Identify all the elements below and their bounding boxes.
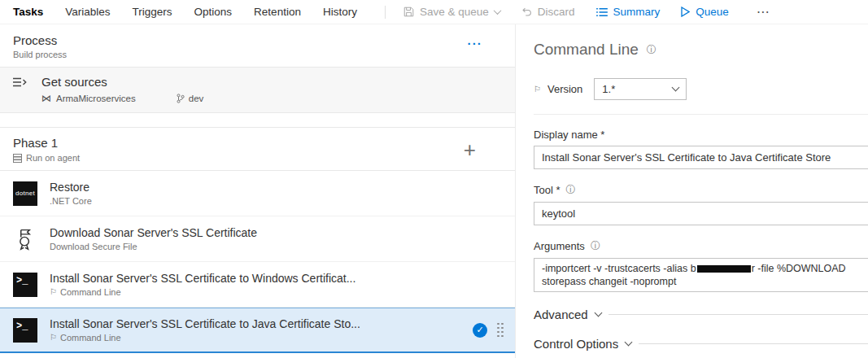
arguments-line1: -importcert -v -trustcacerts -alias br -…: [542, 262, 868, 275]
save-queue-label: Save & queue: [420, 6, 489, 18]
task-title: Install Sonar Server's SSL Certificate t…: [50, 317, 466, 330]
tab-tasks[interactable]: Tasks: [13, 6, 43, 18]
arguments-label: Arguments: [534, 240, 585, 252]
dotnet-icon: dotnet: [13, 181, 37, 206]
discard-label: Discard: [538, 6, 575, 18]
chevron-down-icon: [625, 338, 633, 347]
section-divider: [534, 114, 868, 115]
redaction-bar: [697, 265, 751, 273]
summary-icon: [596, 7, 608, 17]
discard-button[interactable]: Discard: [521, 6, 575, 18]
flag-icon: ⚐: [50, 288, 57, 296]
section-rule: [608, 314, 868, 315]
pipeline-editor: Tasks Variables Triggers Options Retenti…: [0, 0, 868, 358]
advanced-section-toggle[interactable]: Advanced: [534, 308, 868, 321]
queue-button[interactable]: Queue: [681, 6, 729, 18]
task-subtitle: Command Line: [60, 333, 121, 343]
toolbar-actions: Save & queue Discard Summary Queue: [403, 4, 771, 20]
process-more-button[interactable]: ...: [467, 33, 482, 47]
terminal-icon: >_: [13, 318, 37, 343]
chevron-down-icon: [493, 7, 501, 15]
add-task-button[interactable]: +: [464, 142, 476, 158]
task-subtitle: Download Secure File: [50, 242, 137, 251]
task-title: Install Sonar Server's SSL Certificate t…: [50, 272, 505, 285]
summary-button[interactable]: Summary: [596, 6, 661, 18]
tab-history[interactable]: History: [323, 6, 357, 18]
queue-label: Queue: [696, 6, 729, 18]
version-value: 1.*: [602, 83, 673, 95]
summary-label: Summary: [613, 6, 661, 18]
tab-triggers[interactable]: Triggers: [133, 6, 172, 18]
task-enabled-check-icon[interactable]: ✓: [473, 323, 487, 338]
flag-icon: ⚐: [534, 85, 541, 94]
task-row-restore[interactable]: dotnet Restore .NET Core: [0, 171, 515, 216]
info-icon[interactable]: ⓘ: [647, 43, 656, 57]
task-subtitle: Command Line: [60, 287, 121, 297]
branch-name: dev: [189, 94, 204, 103]
drag-handle[interactable]: [495, 321, 505, 339]
phase-title: Phase 1: [13, 136, 464, 150]
arguments-input[interactable]: -importcert -v -trustcacerts -alias br -…: [534, 258, 868, 292]
arguments-line2: storepass changeit -noprompt: [542, 275, 868, 288]
task-row-install-java-cert[interactable]: >_ Install Sonar Server's SSL Certificat…: [0, 308, 515, 353]
tool-input[interactable]: [534, 202, 868, 225]
version-dropdown[interactable]: 1.*: [594, 78, 687, 100]
info-icon[interactable]: ⓘ: [566, 183, 576, 197]
task-settings-panel: Command Line ⓘ ⚐ Version 1.* Display nam…: [516, 24, 868, 358]
process-subtitle: Build process: [13, 50, 467, 59]
tab-variables[interactable]: Variables: [65, 6, 110, 18]
task-subtitle: .NET Core: [50, 196, 92, 206]
undo-icon: [521, 7, 532, 17]
task-row-install-windows-cert[interactable]: >_ Install Sonar Server's SSL Certificat…: [0, 262, 515, 308]
chevron-down-icon: [672, 84, 680, 92]
task-title: Download Sonar Server's SSL Certificate: [50, 226, 505, 239]
save-queue-button[interactable]: Save & queue: [403, 6, 500, 18]
process-title: Process: [13, 33, 467, 47]
get-sources-row[interactable]: Get sources ⋈ ArmaMicroservices dev: [0, 68, 515, 113]
tool-label: Tool *: [534, 184, 560, 196]
top-menu-bar: Tasks Variables Triggers Options Retenti…: [0, 0, 868, 24]
phase-subtitle: Run on agent: [26, 153, 80, 163]
more-actions-button[interactable]: ⋯: [757, 4, 771, 20]
version-label: Version: [547, 83, 582, 95]
control-options-section-toggle[interactable]: Control Options: [534, 337, 868, 351]
certificate-icon: [14, 228, 37, 251]
flag-icon: ⚐: [50, 334, 57, 342]
display-name-input[interactable]: [534, 146, 868, 169]
info-icon[interactable]: ⓘ: [591, 239, 600, 253]
agent-icon: [13, 154, 22, 163]
panel-title: Command Line: [534, 41, 639, 59]
repository-icon: ⋈: [41, 93, 51, 104]
repository-name: ArmaMicroservices: [56, 94, 136, 103]
pipeline-task-list: Process Build process ... Get sources ⋈ …: [0, 24, 516, 358]
toolbar-separator: [385, 6, 386, 19]
display-name-label: Display name *: [534, 129, 604, 141]
process-header[interactable]: Process Build process ...: [0, 24, 515, 68]
save-icon: [403, 7, 414, 17]
chevron-down-icon: [594, 309, 602, 317]
control-options-label: Control Options: [534, 337, 618, 351]
terminal-icon: >_: [13, 273, 37, 297]
play-icon: [681, 7, 690, 17]
tab-options[interactable]: Options: [194, 6, 233, 18]
task-title: Restore: [50, 181, 505, 194]
advanced-label: Advanced: [534, 308, 588, 321]
task-row-download-certificate[interactable]: Download Sonar Server's SSL Certificate …: [0, 216, 515, 262]
tab-strip: Tasks Variables Triggers Options Retenti…: [13, 6, 357, 18]
section-rule: [639, 343, 868, 344]
phase-header[interactable]: Phase 1 Run on agent +: [0, 127, 515, 171]
branch-icon: [177, 94, 185, 103]
tab-retention[interactable]: Retention: [254, 6, 301, 18]
get-sources-icon: [13, 76, 28, 88]
get-sources-title: Get sources: [41, 75, 107, 89]
